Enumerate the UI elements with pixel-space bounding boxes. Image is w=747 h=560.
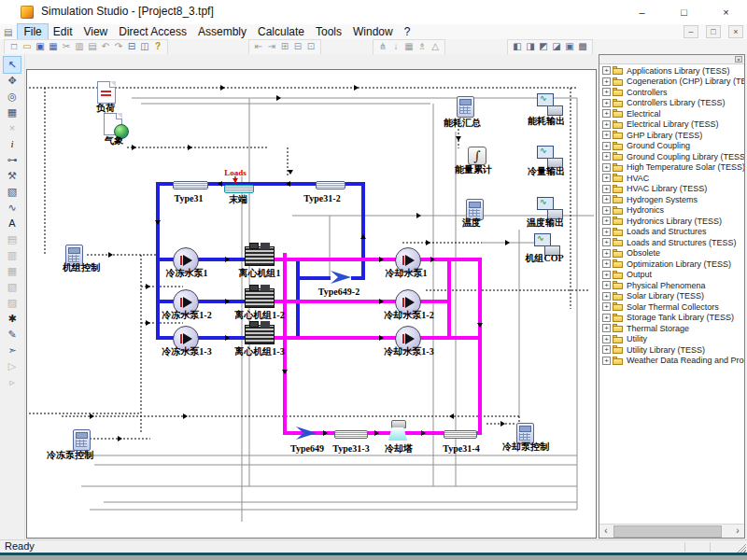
print-preview-icon[interactable]: ◫: [138, 40, 151, 53]
tree-item[interactable]: + Solar Thermal Collectors: [599, 301, 744, 313]
tree-horizontal-scrollbar[interactable]: ‹ ›: [599, 524, 744, 538]
layout-e-icon[interactable]: ▨: [4, 295, 21, 311]
menu-view[interactable]: View: [78, 24, 113, 39]
expand-plus-icon[interactable]: +: [602, 66, 611, 75]
tree-item[interactable]: + Cogeneration (CHP) Library (TESS): [599, 77, 744, 88]
tree-item[interactable]: + HVAC: [599, 173, 744, 184]
expand-plus-icon[interactable]: +: [602, 314, 611, 322]
sort-down-icon[interactable]: ↓: [389, 40, 402, 53]
layout-d-icon[interactable]: ▧: [4, 279, 21, 295]
zoom-page-icon[interactable]: ⊟: [291, 40, 304, 53]
energy-output-icon[interactable]: ∿: [537, 93, 563, 116]
tree-item[interactable]: + Thermal Storage: [599, 323, 744, 334]
expand-plus-icon[interactable]: +: [602, 357, 611, 365]
resize-grip[interactable]: [736, 542, 746, 553]
gear-tool-icon[interactable]: ✱: [4, 311, 21, 327]
layer-icon[interactable]: △: [429, 40, 442, 53]
tree-item[interactable]: + Hydronics Library (TESS): [599, 216, 744, 227]
save-icon[interactable]: ▣: [34, 40, 47, 53]
tree-item[interactable]: + Controllers: [599, 87, 744, 98]
weather-file-icon[interactable]: [104, 113, 122, 135]
child-minimize-button[interactable]: –: [684, 25, 698, 38]
scrollbar-thumb[interactable]: [613, 525, 722, 538]
tree-item[interactable]: + High Temperature Solar (TESS): [599, 162, 744, 174]
flag-b-icon[interactable]: ▹: [4, 374, 21, 390]
expand-plus-icon[interactable]: +: [602, 335, 611, 343]
expand-plus-icon[interactable]: +: [602, 99, 611, 107]
shrink-horizontal-icon[interactable]: ⇤: [252, 40, 265, 53]
centrifugal-chiller-1-2-icon[interactable]: [245, 288, 275, 308]
zoom-tool-icon[interactable]: ◎: [4, 89, 21, 105]
wrench-tool-icon[interactable]: ⚒: [4, 168, 21, 184]
maximize-button[interactable]: □: [663, 0, 705, 24]
tile-view-icon[interactable]: ⊡: [304, 40, 317, 53]
window-full-icon[interactable]: ▣: [563, 40, 576, 53]
expand-plus-icon[interactable]: +: [602, 131, 611, 139]
info-tool-icon[interactable]: i: [4, 136, 21, 152]
expand-plus-icon[interactable]: +: [602, 142, 611, 150]
open-file-icon[interactable]: ▭: [21, 40, 34, 53]
pipe-type31-2-icon[interactable]: [316, 181, 345, 189]
tree-item[interactable]: + Applications Library (TESS): [599, 65, 744, 77]
scroll-left-icon[interactable]: ‹: [599, 525, 613, 537]
expand-plus-icon[interactable]: +: [602, 292, 611, 301]
tree-item[interactable]: + Ground Coupling: [599, 141, 744, 152]
expand-plus-icon[interactable]: +: [602, 259, 611, 268]
flag-a-icon[interactable]: ▷: [4, 358, 21, 374]
expand-plus-icon[interactable]: +: [602, 120, 611, 129]
pipe-type31-icon[interactable]: [173, 181, 208, 189]
tree-item[interactable]: + Obsolete: [599, 248, 744, 259]
expand-plus-icon[interactable]: +: [602, 88, 611, 96]
menu-tools[interactable]: Tools: [310, 24, 347, 39]
hierarchy-icon[interactable]: ⋔: [376, 40, 389, 53]
tree-item[interactable]: + Ground Coupling Library (TESS): [599, 151, 744, 162]
minimize-button[interactable]: –: [621, 0, 663, 24]
terminal-unit-icon[interactable]: [224, 185, 254, 193]
undo-icon[interactable]: ↶: [99, 40, 112, 53]
tree-item[interactable]: + Utility: [599, 334, 744, 345]
tree-item[interactable]: + HVAC Library (TESS): [599, 184, 744, 195]
tree-item[interactable]: + Utility Library (TESS): [599, 344, 744, 356]
redo-icon[interactable]: ↷: [112, 40, 125, 53]
pen-tool-icon[interactable]: ✎: [4, 327, 21, 343]
tree-item[interactable]: + Weather Data Reading and Process: [599, 356, 744, 367]
menu-file[interactable]: File: [18, 24, 47, 39]
energy-summary-icon[interactable]: [457, 96, 474, 118]
tree-item[interactable]: + Output: [599, 270, 744, 281]
menu-window[interactable]: Window: [347, 24, 399, 39]
tree-item[interactable]: + Solar Library (TESS): [599, 291, 744, 302]
paste-icon[interactable]: ▤: [86, 40, 99, 53]
expand-plus-icon[interactable]: +: [602, 345, 611, 354]
expand-plus-icon[interactable]: +: [602, 77, 611, 86]
stamp-tool-icon[interactable]: ▧: [4, 184, 21, 200]
tree-item[interactable]: + Loads and Structures: [599, 227, 744, 238]
expand-plus-icon[interactable]: +: [602, 271, 611, 279]
window-grid-icon[interactable]: ▩: [576, 40, 589, 53]
spline-tool-icon[interactable]: ∿: [4, 200, 21, 216]
expand-plus-icon[interactable]: +: [602, 302, 611, 311]
help-icon[interactable]: ?: [151, 40, 164, 53]
link-tool-icon[interactable]: ⊶: [4, 152, 21, 168]
expand-plus-icon[interactable]: +: [602, 174, 611, 182]
tree-item[interactable]: + Storage Tank Library (TESS): [599, 313, 744, 324]
child-close-button[interactable]: ×: [728, 25, 743, 38]
child-restore-button[interactable]: □: [706, 25, 721, 38]
run-tool-icon[interactable]: ➣: [4, 343, 21, 358]
tree-item[interactable]: + GHP Library (TESS): [599, 130, 744, 141]
tree-item[interactable]: + Hydrogen Systems: [599, 194, 744, 205]
pan-tool-icon[interactable]: ✥: [4, 73, 21, 89]
copy-icon[interactable]: ▥: [73, 40, 86, 53]
print-icon[interactable]: ⊟: [125, 40, 138, 53]
menu-help[interactable]: ?: [399, 24, 416, 39]
centrifugal-chiller-1-3-icon[interactable]: [245, 325, 275, 344]
tree-item[interactable]: + Controllers Library (TESS): [599, 98, 744, 109]
window-split-left-icon[interactable]: ◧: [511, 40, 524, 53]
scroll-right-icon[interactable]: ›: [731, 525, 744, 537]
menu-assembly[interactable]: Assembly: [192, 24, 252, 39]
expand-plus-icon[interactable]: +: [602, 185, 611, 193]
expand-plus-icon[interactable]: +: [602, 206, 611, 215]
delete-tool-icon[interactable]: ×: [4, 120, 21, 136]
menu-direct-access[interactable]: Direct Access: [113, 24, 192, 39]
component-icon[interactable]: ♗: [416, 40, 429, 53]
expand-plus-icon[interactable]: +: [602, 324, 611, 332]
